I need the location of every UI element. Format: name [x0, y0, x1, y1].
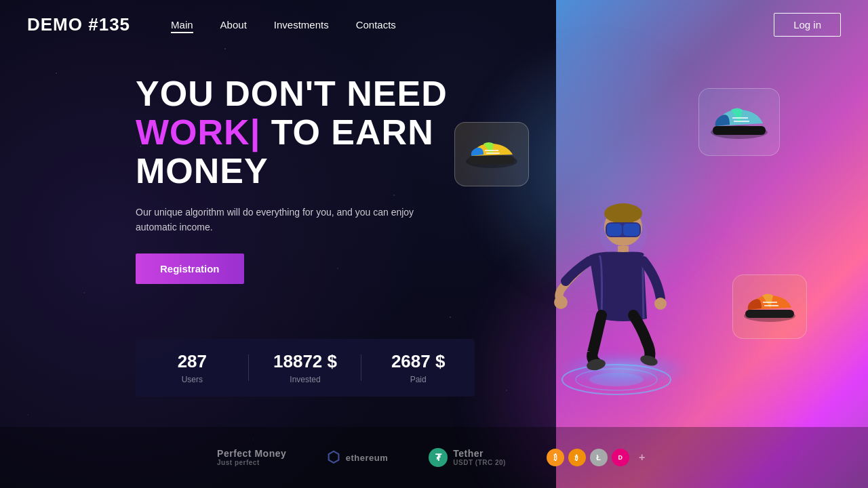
hero-title-line1: YOU DON'T NEED [136, 74, 448, 113]
dash-icon: D [612, 449, 629, 466]
tether-sub: USDT (TRC 20) [453, 459, 506, 467]
hero-title-line3: MONEY [136, 151, 269, 190]
nav-contacts[interactable]: Contacts [356, 19, 396, 30]
svg-point-17 [604, 203, 642, 224]
stat-invested-value: 18872 $ [262, 351, 349, 372]
sneaker-card-blue [698, 88, 780, 156]
footer-logos: Perfect Money Just perfect ⬡ ethereum ₮ … [0, 427, 868, 488]
registration-button[interactable]: Registration [136, 253, 244, 284]
svg-rect-5 [713, 126, 766, 135]
sneaker-card-orange [732, 274, 807, 339]
svg-point-23 [654, 298, 667, 310]
sneaker-blue-icon [707, 102, 772, 142]
stat-users: 287 Users [136, 351, 249, 384]
login-button[interactable]: Log in [774, 13, 841, 37]
stats-bar: 287 Users 18872 $ Invested 2687 $ Paid [136, 339, 475, 396]
stat-paid: 2687 $ Paid [361, 351, 475, 384]
perfect-money-logo: Perfect Money Just perfect [217, 448, 286, 468]
svg-rect-9 [745, 310, 794, 318]
figure-area [414, 54, 834, 434]
stat-users-label: Users [149, 375, 235, 384]
character-3d [542, 169, 691, 400]
svg-point-14 [589, 373, 644, 386]
perfect-money-brand: Perfect Money [217, 448, 286, 460]
ethereum-logo: ⬡ ethereum [327, 449, 388, 466]
svg-rect-20 [623, 224, 639, 236]
hero-title-highlight: WORK| [136, 113, 260, 152]
nav-investments[interactable]: Investments [274, 19, 329, 30]
svg-rect-19 [607, 224, 622, 236]
hero-title: YOU DON'T NEED WORK| TO EARN MONEY [136, 75, 475, 191]
logo: DEMO #135 [27, 14, 130, 35]
nav-links: Main About Investments Contacts [171, 19, 774, 30]
crypto-icons-group: ₿ ₿ Ł D + [547, 449, 651, 466]
nav-right: Log in [774, 13, 841, 37]
nav-about[interactable]: About [220, 19, 247, 30]
ltc-icon: Ł [590, 449, 608, 466]
tether-logo: ₮ Tether USDT (TRC 20) [429, 448, 506, 468]
svg-point-22 [554, 296, 568, 309]
sneaker-orange-icon [740, 287, 800, 327]
btc-variant-icon: ₿ [568, 449, 586, 466]
perfect-money-sub: Just perfect [217, 459, 286, 467]
nav-main[interactable]: Main [171, 19, 193, 30]
ethereum-brand: ethereum [346, 453, 389, 463]
stat-paid-label: Paid [375, 375, 461, 384]
tether-brand: Tether [453, 448, 506, 460]
stat-paid-value: 2687 $ [375, 351, 461, 372]
stat-invested: 18872 $ Invested [249, 351, 362, 384]
hero-content: YOU DON'T NEED WORK| TO EARN MONEY Our u… [136, 75, 475, 284]
hero-subtitle: Our unique algorithm will do everything … [136, 205, 420, 235]
crypto-logos: ₿ ₿ Ł D + [547, 449, 651, 466]
svg-point-25 [639, 354, 659, 367]
more-icon: + [633, 449, 651, 466]
stat-users-value: 287 [149, 351, 235, 372]
page-wrapper: DEMO #135 Main About Investments Contact… [0, 0, 868, 488]
btc-icon: ₿ [547, 449, 564, 466]
ethereum-icon: ⬡ [327, 449, 340, 466]
hero-title-line2: TO EARN [260, 113, 434, 152]
navbar: DEMO #135 Main About Investments Contact… [0, 0, 868, 49]
tether-icon: ₮ [429, 448, 448, 467]
svg-rect-1 [469, 156, 515, 164]
stat-invested-label: Invested [262, 375, 349, 384]
